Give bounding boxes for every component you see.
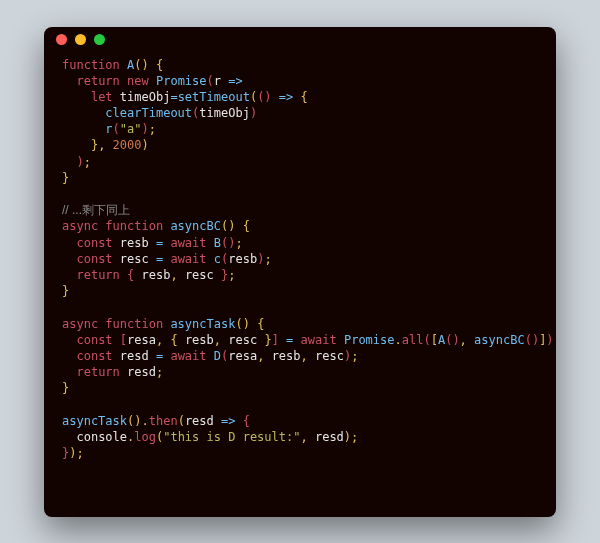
id-r: r (105, 122, 112, 136)
id-resd: resd (127, 365, 156, 379)
str-thisIsD: "this is D result:" (163, 430, 300, 444)
kw-const: const (76, 349, 112, 363)
kw-await: await (301, 333, 337, 347)
brace: { (301, 90, 308, 104)
semi: ; (228, 268, 235, 282)
id-timeObj: timeObj (199, 106, 250, 120)
paren: ) (546, 333, 553, 347)
kw-await: await (170, 349, 206, 363)
arrow: => (228, 74, 242, 88)
semi: ; (84, 155, 91, 169)
kw-return: return (76, 365, 119, 379)
comma: , (301, 349, 308, 363)
bracket: ] (272, 333, 279, 347)
paren: ) (76, 155, 83, 169)
brace: } (264, 333, 271, 347)
paren: ) (134, 414, 141, 428)
paren: ) (344, 430, 351, 444)
id-resd: resd (185, 414, 214, 428)
kw-return: return (76, 268, 119, 282)
semi: ; (351, 430, 358, 444)
id-resd: resd (120, 349, 149, 363)
id-console: console (76, 430, 127, 444)
fn-asyncTask: asyncTask (62, 414, 127, 428)
paren: ( (423, 333, 430, 347)
fn-asyncTask: asyncTask (170, 317, 235, 331)
kw-const: const (76, 236, 112, 250)
fn-c: c (214, 252, 221, 266)
kw-function: function (105, 317, 163, 331)
minimize-icon[interactable] (75, 34, 86, 45)
paren: ) (250, 106, 257, 120)
comma: , (170, 268, 177, 282)
fn-D: D (214, 349, 221, 363)
semi: ; (554, 333, 556, 347)
type-Promise: Promise (344, 333, 395, 347)
dot: . (395, 333, 402, 347)
comma: , (300, 430, 307, 444)
id-resd: resd (315, 430, 344, 444)
paren: ) (452, 333, 459, 347)
id-resc: resc (120, 252, 149, 266)
kw-function: function (62, 58, 120, 72)
brace: { (170, 333, 177, 347)
semi: ; (235, 236, 242, 250)
arrow: => (279, 90, 293, 104)
brace: } (62, 381, 69, 395)
bracket: [ (120, 333, 127, 347)
kw-async: async (62, 317, 98, 331)
fn-B: B (214, 236, 221, 250)
brace: { (243, 414, 250, 428)
dot: . (142, 414, 149, 428)
kw-let: let (91, 90, 113, 104)
kw-new: new (127, 74, 149, 88)
fn-asyncBC: asyncBC (170, 219, 221, 233)
eq: = (170, 90, 177, 104)
arrow: => (221, 414, 235, 428)
bracket: [ (431, 333, 438, 347)
brace: } (62, 171, 69, 185)
kw-await: await (170, 236, 206, 250)
paren: ) (142, 138, 149, 152)
code-block: function A() { return new Promise(r => l… (44, 53, 556, 480)
paren: ) (142, 122, 149, 136)
id-resa: resa (228, 349, 257, 363)
paren: ( (207, 74, 214, 88)
kw-async: async (62, 219, 98, 233)
window-titlebar (44, 27, 556, 53)
fn-log: log (134, 430, 156, 444)
kw-const: const (76, 333, 112, 347)
num-2000: 2000 (113, 138, 142, 152)
brace: { (243, 219, 250, 233)
paren: ( (134, 58, 141, 72)
semi: ; (156, 365, 163, 379)
comment-rest: // ...剩下同上 (62, 203, 130, 217)
zoom-icon[interactable] (94, 34, 105, 45)
id-resa: resa (127, 333, 156, 347)
paren: ( (178, 414, 185, 428)
fn-setTimeout: setTimeout (178, 90, 250, 104)
semi: ; (264, 252, 271, 266)
str-a: "a" (120, 122, 142, 136)
id-resb: resb (185, 333, 214, 347)
paren: ( (113, 122, 120, 136)
paren: ) (142, 58, 149, 72)
comma: , (460, 333, 467, 347)
id-resc: resc (228, 333, 257, 347)
paren: ( (525, 333, 532, 347)
code-editor-window: function A() { return new Promise(r => l… (44, 27, 556, 517)
semi: ; (351, 349, 358, 363)
brace: { (156, 58, 163, 72)
fn-asyncBC: asyncBC (474, 333, 525, 347)
close-icon[interactable] (56, 34, 67, 45)
semi: ; (76, 446, 83, 460)
id-resc: resc (315, 349, 344, 363)
type-Promise: Promise (156, 74, 207, 88)
kw-await: await (170, 252, 206, 266)
prop-then: then (149, 414, 178, 428)
paren: ) (264, 90, 271, 104)
semi: ; (149, 122, 156, 136)
kw-function: function (105, 219, 163, 233)
prop-all: all (402, 333, 424, 347)
id-resb: resb (142, 268, 171, 282)
